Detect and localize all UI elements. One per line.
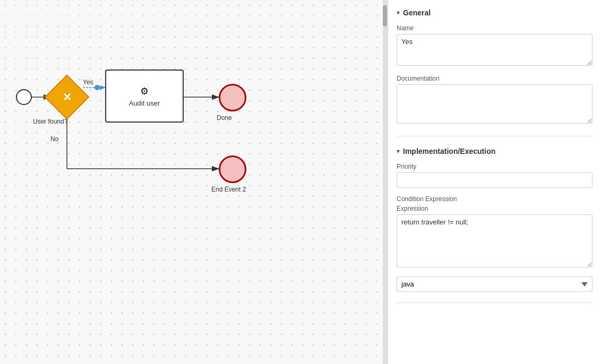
condition-expression-group: Condition Expression Expression java jav… (397, 195, 593, 292)
priority-field-group: Priority (397, 163, 593, 188)
bpmn-connections-svg (0, 0, 387, 364)
end-event-done[interactable] (219, 84, 246, 111)
end-event-done-label: Done (217, 114, 232, 122)
gateway-icon: ✕ (63, 91, 72, 103)
properties-panel: ▾ General Name Documentation ▾ Implement… (388, 0, 601, 364)
section-divider-1 (397, 136, 593, 136)
name-field-group: Name (397, 24, 593, 67)
task-label: Audit user (129, 99, 160, 107)
expression-subgroup: Expression (397, 205, 593, 269)
gateway-yes-label: Yes (83, 79, 93, 86)
task-audit-user[interactable]: ⚙ Audit user (105, 70, 184, 123)
implementation-section-title: Implementation/Execution (403, 147, 495, 155)
end-event-2[interactable] (219, 155, 246, 183)
section-divider-2 (397, 302, 593, 303)
name-label: Name (397, 24, 593, 32)
bpmn-canvas[interactable]: ✕ User found? Yes No ⚙ Audit user Done E… (0, 0, 388, 364)
language-select[interactable]: java javascript groovy (397, 276, 593, 292)
priority-input[interactable] (397, 172, 593, 188)
canvas-scrollbar[interactable] (383, 0, 387, 364)
end-event-2-label: End Event 2 (211, 186, 246, 193)
priority-label: Priority (397, 163, 593, 170)
canvas-scrollbar-thumb[interactable] (383, 5, 387, 27)
start-event[interactable] (16, 89, 32, 105)
implementation-section-arrow: ▾ (397, 148, 400, 155)
gateway-label: User found? (33, 118, 67, 125)
gateway-no-label: No (50, 135, 58, 143)
implementation-section-header[interactable]: ▾ Implementation/Execution (397, 147, 593, 155)
documentation-label: Documentation (397, 75, 593, 82)
svg-point-4 (95, 85, 100, 90)
expression-input[interactable] (397, 214, 593, 267)
documentation-field-group: Documentation (397, 75, 593, 125)
general-section-arrow: ▾ (397, 9, 400, 16)
condition-expression-label: Condition Expression (397, 195, 593, 203)
general-section-header[interactable]: ▾ General (397, 8, 593, 17)
name-input[interactable] (397, 34, 593, 66)
documentation-input[interactable] (397, 84, 593, 124)
expression-label: Expression (397, 205, 593, 212)
task-service-icon: ⚙ (140, 85, 149, 97)
general-section-title: General (403, 8, 431, 17)
